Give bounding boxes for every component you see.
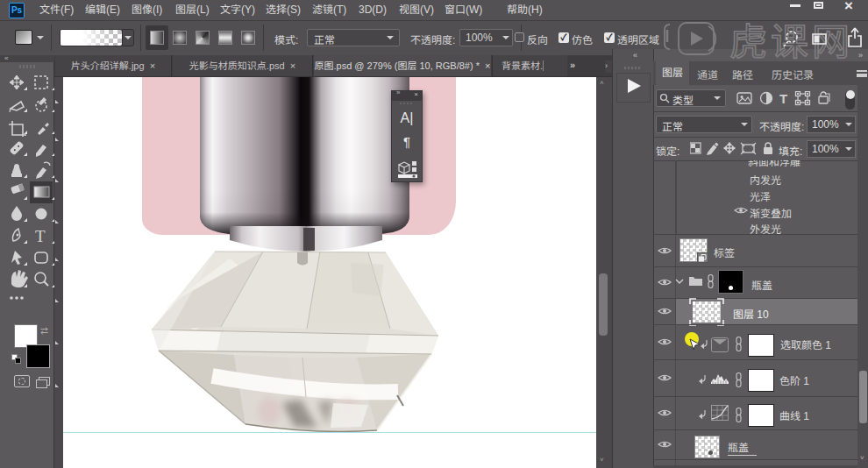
svg-text:T: T: [35, 227, 46, 245]
svg-text:T: T: [779, 91, 787, 106]
